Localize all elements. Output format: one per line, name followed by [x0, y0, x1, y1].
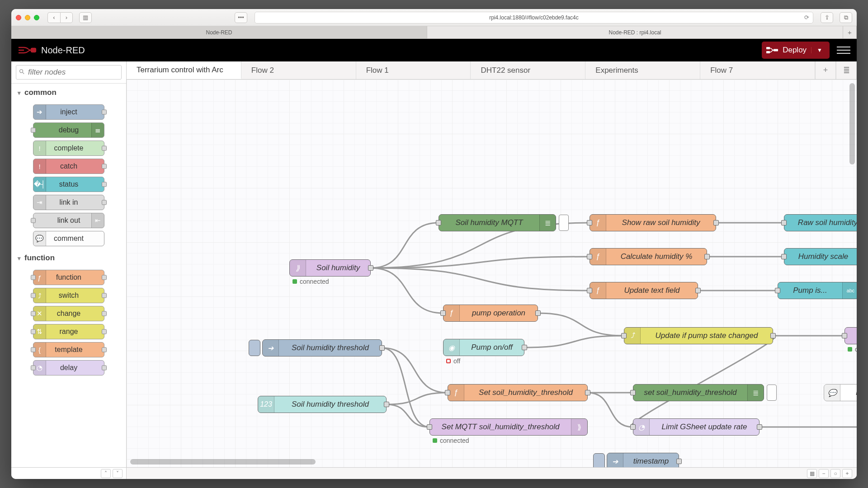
maximize-window-button[interactable] — [34, 15, 39, 20]
port-in[interactable] — [587, 288, 592, 293]
port-out[interactable] — [770, 333, 776, 338]
flow-node-humscale[interactable]: Humidity scale◕ — [784, 248, 857, 265]
port-in[interactable] — [775, 288, 780, 293]
flow-node-ts[interactable]: ➔timestamp — [607, 453, 679, 467]
palette-node-link-in[interactable]: ⇥link in — [33, 195, 104, 210]
port-out[interactable] — [102, 146, 107, 151]
port-out[interactable] — [379, 345, 385, 351]
workspace-tab[interactable]: Flow 1 — [356, 61, 471, 79]
port-in[interactable] — [445, 390, 450, 395]
vertical-scrollbar[interactable] — [849, 83, 855, 164]
flow-node-pumpctrl[interactable]: Pump control⟫connected — [844, 327, 857, 344]
port-out[interactable] — [102, 366, 107, 371]
palette-node-delay[interactable]: ◔delay — [33, 360, 104, 375]
back-button[interactable]: ‹ — [47, 12, 60, 23]
canvas[interactable]: ⟫Soil humidityconnectedSoil humidity MQT… — [127, 80, 857, 467]
port-out[interactable] — [102, 110, 107, 115]
palette-node-switch[interactable]: ⤴switch — [33, 288, 104, 303]
flow-node-pumpis[interactable]: Pump is...abc — [778, 282, 857, 299]
palette-node-complete[interactable]: !complete — [33, 141, 104, 156]
palette-filter-input[interactable] — [16, 65, 122, 80]
palette-node-debug[interactable]: ≣debug — [33, 122, 104, 138]
port-out[interactable] — [102, 329, 107, 334]
palette-node-change[interactable]: ✕change — [33, 306, 104, 321]
flow-node-setsh2[interactable]: set soil_humidity_threshold≣ — [633, 384, 764, 401]
horizontal-scrollbar[interactable] — [130, 459, 316, 465]
port-in[interactable] — [781, 220, 787, 225]
zoom-in-button[interactable]: + — [842, 469, 852, 478]
flow-node-mqtt[interactable]: Soil humidity MQTT≣ — [439, 214, 556, 231]
zoom-out-button[interactable]: − — [819, 469, 829, 478]
flow-node-rawsh[interactable]: Raw soil humidityabc — [784, 214, 857, 231]
port-out[interactable] — [102, 311, 107, 316]
port-out[interactable] — [102, 293, 107, 298]
inject-button[interactable] — [593, 453, 605, 467]
flow-node-pumpon[interactable]: ◉Pump on/offoff — [443, 339, 524, 356]
port-in[interactable] — [587, 254, 592, 259]
palette-node-catch[interactable]: !catch — [33, 159, 104, 174]
flow-node-updtxt[interactable]: ƒUpdate text field — [590, 282, 698, 299]
workspace-tab[interactable]: DHT22 sensor — [471, 61, 585, 79]
browser-tab[interactable]: Node-RED : rpi4.local — [427, 26, 843, 38]
port-in[interactable] — [31, 128, 36, 133]
port-out[interactable] — [695, 288, 701, 293]
palette-node-function[interactable]: ƒfunction — [33, 270, 104, 285]
port-in[interactable] — [621, 333, 627, 338]
navigator-button[interactable]: ▦ — [807, 469, 817, 478]
port-out[interactable] — [522, 345, 527, 350]
workspace-tab[interactable]: Terrarium control with Arc — [127, 61, 241, 79]
port-in[interactable] — [31, 275, 36, 280]
port-out[interactable] — [713, 220, 719, 225]
port-in[interactable] — [31, 366, 36, 371]
port-in[interactable] — [781, 254, 787, 259]
flow-node-limgs[interactable]: ◔Limit GSheet update rate — [633, 418, 760, 436]
flow-node-showraw[interactable]: ƒShow raw soil humidity — [590, 214, 716, 231]
flow-node-updpump[interactable]: ⤴Update if pump state changed — [624, 327, 773, 344]
port-in[interactable] — [31, 329, 36, 334]
port-out[interactable] — [102, 347, 107, 352]
close-window-button[interactable] — [16, 15, 21, 20]
port-out[interactable] — [102, 164, 107, 169]
port-out[interactable] — [676, 459, 682, 464]
port-in[interactable] — [842, 333, 847, 338]
flow-node-record[interactable]: 💬Record pump state change — [824, 384, 857, 401]
tabs-button[interactable]: ⧉ — [840, 12, 852, 23]
port-in[interactable] — [31, 347, 36, 352]
flow-node-sht2[interactable]: 123Soil humidity threshold — [258, 396, 387, 413]
palette-node-link-out[interactable]: ⇤link out — [33, 213, 104, 228]
port-out[interactable] — [384, 402, 389, 407]
port-out[interactable] — [704, 254, 710, 259]
site-settings-button[interactable]: ••• — [235, 12, 247, 23]
port-out[interactable] — [535, 310, 541, 316]
flow-node-sht1[interactable]: ➔Soil humidity threshold — [262, 339, 382, 357]
port-in[interactable] — [630, 390, 636, 395]
inject-button[interactable] — [249, 340, 260, 356]
workspace-tab[interactable]: Flow 7 — [700, 61, 815, 79]
port-in[interactable] — [31, 293, 36, 298]
flow-node-setmqttsh[interactable]: Set MQTT soil_humidity_threshold⟫connect… — [429, 418, 588, 436]
new-browser-tab-button[interactable]: + — [843, 26, 857, 38]
flow-node-pumpop[interactable]: ƒpump operation — [443, 305, 538, 322]
palette-category-function[interactable]: function — [11, 249, 126, 267]
port-out[interactable] — [757, 424, 762, 430]
browser-tab[interactable]: Node-RED — [11, 26, 427, 38]
workspace-tab[interactable]: Experiments — [585, 61, 700, 79]
port-in[interactable] — [440, 310, 446, 316]
reload-icon[interactable]: ⟳ — [804, 14, 809, 21]
port-out[interactable] — [585, 390, 590, 395]
node-button[interactable] — [767, 385, 777, 401]
flow-node-setsh[interactable]: ƒSet soil_humidity_threshold — [448, 384, 588, 401]
workspace-list-button[interactable]: ≣ — [836, 61, 857, 79]
port-out[interactable] — [102, 182, 107, 187]
port-in[interactable] — [436, 220, 441, 225]
forward-button[interactable]: › — [60, 12, 73, 23]
port-out[interactable] — [102, 275, 107, 280]
palette-expand-button[interactable]: ˅ — [113, 469, 123, 478]
zoom-reset-button[interactable]: ○ — [830, 469, 840, 478]
port-in[interactable] — [587, 220, 592, 225]
share-button[interactable]: ⇪ — [821, 12, 833, 23]
sidebar-button[interactable]: ▥ — [79, 12, 92, 23]
deploy-button[interactable]: Deploy ▼ — [762, 42, 830, 59]
flow-node-calchum[interactable]: ƒCalculate humidity % — [590, 248, 707, 265]
palette-node-template[interactable]: {template — [33, 342, 104, 357]
